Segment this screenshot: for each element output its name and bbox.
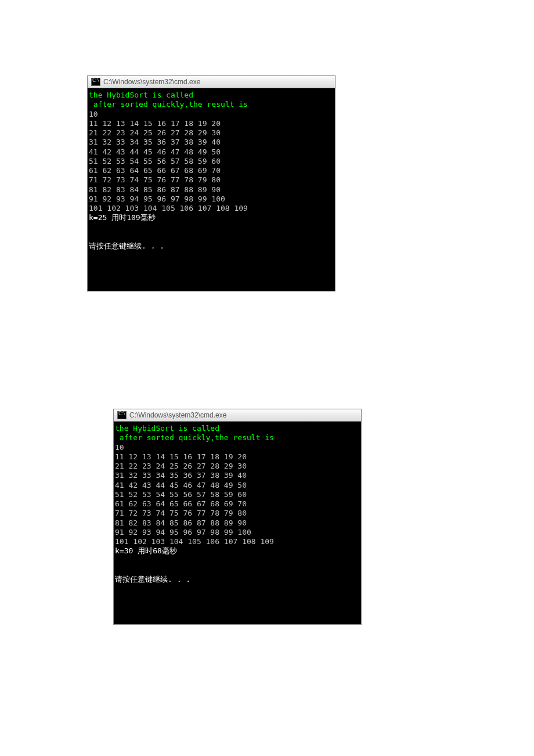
terminal-output-line: the HybidSort is called bbox=[89, 91, 334, 100]
terminal-output-line: after sorted quickly,the result is bbox=[115, 433, 360, 442]
titlebar-2[interactable]: C:\Windows\system32\cmd.exe bbox=[114, 409, 361, 422]
terminal-output-line: 81 82 83 84 85 86 87 88 89 90 bbox=[115, 519, 360, 528]
terminal-output-line: 91 92 93 94 95 96 97 98 99 100 bbox=[115, 528, 360, 537]
terminal-output-line: 101 102 103 104 105 106 107 108 109 bbox=[89, 204, 334, 213]
terminal-output-line: 71 72 73 74 75 76 77 78 79 80 bbox=[89, 175, 334, 185]
window-title-2: C:\Windows\system32\cmd.exe bbox=[129, 411, 226, 419]
terminal-output-line: 21 22 23 24 25 26 27 28 29 30 bbox=[115, 462, 360, 471]
terminal-blank-line bbox=[115, 603, 360, 613]
terminal-output-line: 11 12 13 14 15 16 17 18 19 20 bbox=[115, 452, 360, 462]
terminal-output-line: 41 42 43 44 45 46 47 48 49 50 bbox=[89, 147, 334, 157]
terminal-blank-line bbox=[115, 594, 360, 603]
terminal-output-line: 请按任意键继续. . . bbox=[115, 575, 360, 584]
titlebar-1[interactable]: C:\Windows\system32\cmd.exe bbox=[88, 76, 335, 88]
terminal-output-line: k=25 用时109毫秒 bbox=[89, 213, 334, 222]
window-title-1: C:\Windows\system32\cmd.exe bbox=[103, 78, 200, 86]
terminal-output-line: 81 82 83 84 85 86 87 88 89 90 bbox=[89, 185, 334, 195]
terminal-output-line: k=30 用时68毫秒 bbox=[115, 546, 360, 556]
terminal-blank-line bbox=[115, 584, 360, 593]
terminal-blank-line bbox=[89, 261, 334, 270]
terminal-output-line: 31 32 33 34 35 36 37 38 39 40 bbox=[115, 471, 360, 480]
terminal-output-line: 51 52 53 54 55 56 57 58 59 60 bbox=[115, 490, 360, 499]
terminal-output-line: the HybidSort is called bbox=[115, 424, 360, 433]
terminal-blank-line bbox=[89, 223, 334, 232]
terminal-blank-line bbox=[89, 232, 334, 242]
terminal-output-line: 61 62 63 64 65 66 67 68 69 70 bbox=[115, 499, 360, 509]
cmd-icon bbox=[117, 411, 127, 419]
terminal-body-2[interactable]: the HybidSort is called after sorted qui… bbox=[114, 422, 361, 624]
terminal-output-line: 10 bbox=[89, 110, 334, 119]
terminal-blank-line bbox=[115, 566, 360, 575]
cmd-window-2[interactable]: C:\Windows\system32\cmd.exe the HybidSor… bbox=[113, 409, 362, 625]
cmd-icon bbox=[91, 78, 100, 86]
terminal-blank-line bbox=[89, 270, 334, 279]
terminal-output-line: 41 42 43 44 45 46 47 48 49 50 bbox=[115, 481, 360, 490]
terminal-output-line: after sorted quickly,the result is bbox=[89, 100, 334, 109]
terminal-output-line: 71 72 73 74 75 76 77 78 79 80 bbox=[115, 509, 360, 518]
terminal-output-line: 61 62 63 64 65 66 67 68 69 70 bbox=[89, 166, 334, 175]
terminal-blank-line bbox=[115, 556, 360, 566]
terminal-output-line: 21 22 23 24 25 26 27 28 29 30 bbox=[89, 128, 334, 138]
terminal-blank-line bbox=[89, 251, 334, 260]
cmd-window-1[interactable]: C:\Windows\system32\cmd.exe the HybidSor… bbox=[87, 75, 335, 291]
terminal-output-line: 91 92 93 94 95 96 97 98 99 100 bbox=[89, 195, 334, 204]
terminal-output-line: 10 bbox=[115, 443, 360, 452]
terminal-output-line: 101 102 103 104 105 106 107 108 109 bbox=[115, 537, 360, 546]
terminal-blank-line bbox=[89, 279, 334, 289]
terminal-blank-line bbox=[115, 613, 360, 622]
terminal-output-line: 51 52 53 54 55 56 57 58 59 60 bbox=[89, 157, 334, 166]
terminal-output-line: 请按任意键继续. . . bbox=[89, 242, 334, 251]
terminal-output-line: 11 12 13 14 15 16 17 18 19 20 bbox=[89, 119, 334, 128]
terminal-output-line: 31 32 33 34 35 36 37 38 39 40 bbox=[89, 138, 334, 147]
terminal-body-1[interactable]: the HybidSort is called after sorted qui… bbox=[88, 88, 335, 291]
